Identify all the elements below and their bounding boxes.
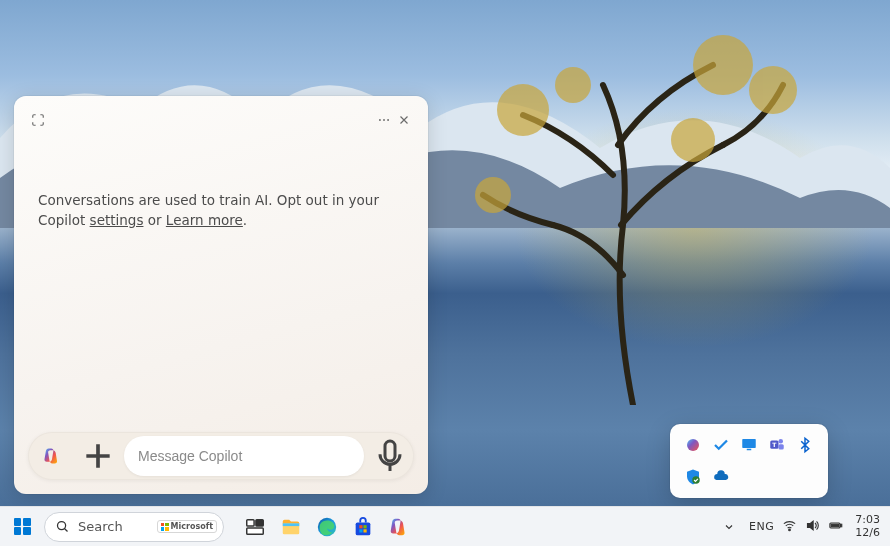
svg-rect-12 — [747, 449, 752, 451]
add-button[interactable] — [78, 436, 118, 476]
date-label: 12/6 — [855, 527, 880, 540]
search-label: Search — [78, 519, 149, 534]
clock[interactable]: 7:03 12/6 — [855, 514, 880, 539]
svg-point-0 — [497, 84, 549, 136]
svg-rect-29 — [363, 529, 366, 532]
copilot-window: Conversations are used to train AI. Opt … — [14, 96, 428, 494]
expand-icon[interactable] — [28, 110, 48, 130]
battery-icon[interactable] — [828, 518, 843, 536]
system-tray-flyout: T — [670, 424, 828, 498]
compose-bar — [28, 432, 414, 480]
settings-link[interactable]: settings — [90, 212, 144, 228]
svg-point-2 — [749, 66, 797, 114]
task-view-icon[interactable] — [242, 514, 268, 540]
svg-rect-15 — [779, 444, 784, 449]
svg-rect-32 — [841, 524, 842, 527]
training-notice: Conversations are used to train AI. Opt … — [38, 190, 404, 231]
svg-rect-19 — [247, 519, 254, 525]
language-indicator[interactable]: ENG — [749, 520, 774, 533]
volume-icon[interactable] — [805, 518, 820, 536]
svg-rect-23 — [283, 523, 300, 526]
svg-rect-9 — [385, 441, 395, 461]
svg-point-8 — [387, 119, 389, 121]
teams-icon[interactable]: T — [766, 434, 788, 456]
more-options-icon[interactable] — [374, 110, 394, 130]
svg-point-4 — [475, 177, 511, 213]
security-shield-icon[interactable] — [682, 466, 704, 488]
time-label: 7:03 — [855, 514, 880, 527]
edge-icon[interactable] — [314, 514, 340, 540]
notice-text: or — [143, 212, 165, 228]
svg-rect-20 — [256, 519, 263, 525]
message-input[interactable] — [138, 448, 350, 464]
monitor-icon[interactable] — [738, 434, 760, 456]
close-icon[interactable] — [394, 110, 414, 130]
copilot-icon[interactable] — [682, 434, 704, 456]
svg-rect-21 — [247, 527, 264, 533]
pinned-apps — [242, 514, 412, 540]
svg-rect-27 — [363, 525, 366, 528]
learn-more-link[interactable]: Learn more — [166, 212, 243, 228]
microsoft-store-icon[interactable] — [350, 514, 376, 540]
bluetooth-icon[interactable] — [794, 434, 816, 456]
start-button[interactable] — [8, 513, 36, 541]
svg-point-3 — [671, 118, 715, 162]
svg-point-10 — [687, 439, 699, 451]
onedrive-icon[interactable] — [710, 466, 732, 488]
svg-point-18 — [58, 522, 66, 530]
search-icon — [55, 519, 70, 534]
wifi-icon[interactable] — [782, 518, 797, 536]
tray-overflow-button[interactable] — [717, 515, 741, 539]
svg-rect-33 — [831, 524, 839, 527]
svg-point-1 — [693, 35, 753, 95]
svg-rect-11 — [742, 439, 756, 448]
file-explorer-icon[interactable] — [278, 514, 304, 540]
notice-text: . — [243, 212, 247, 228]
svg-point-6 — [379, 119, 381, 121]
microphone-button[interactable] — [370, 436, 410, 476]
svg-rect-28 — [359, 529, 362, 532]
taskbar-search[interactable]: Search Microsoft — [44, 512, 224, 542]
checkmark-icon[interactable] — [710, 434, 732, 456]
copilot-icon[interactable] — [386, 514, 412, 540]
svg-point-5 — [555, 67, 591, 103]
microsoft-badge: Microsoft — [157, 520, 217, 533]
taskbar: Search Microsoft — [0, 506, 890, 546]
svg-rect-25 — [356, 522, 371, 535]
svg-point-14 — [779, 439, 784, 444]
message-input-container[interactable] — [124, 436, 364, 476]
copilot-logo-icon[interactable] — [32, 436, 72, 476]
svg-point-7 — [383, 119, 385, 121]
svg-point-30 — [789, 529, 791, 531]
copilot-titlebar — [28, 110, 414, 130]
svg-rect-26 — [359, 525, 362, 528]
